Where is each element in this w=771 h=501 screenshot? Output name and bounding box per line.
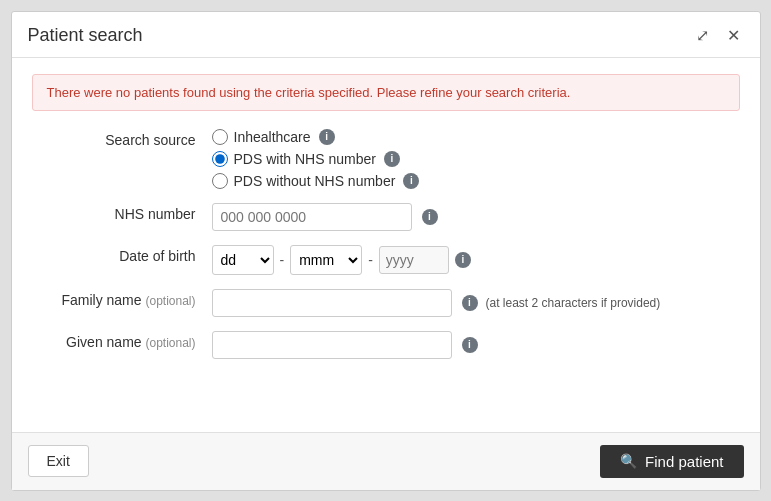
patient-search-dialog: Patient search ⤢ ✕ There were no patient… [11,11,761,491]
error-message: There were no patients found using the c… [47,85,571,100]
dialog-header: Patient search ⤢ ✕ [12,12,760,58]
inhealthcare-info-icon[interactable]: i [319,129,335,145]
radio-inhealthcare-label[interactable]: Inhealthcare [234,129,311,145]
nhs-number-controls: i [212,203,438,231]
radio-pds-no-nhs-row: PDS without NHS number i [212,173,420,189]
nhs-number-info-icon[interactable]: i [422,209,438,225]
given-name-info-icon[interactable]: i [462,337,478,353]
find-patient-search-icon: 🔍 [620,453,637,469]
radio-pds-without-nhs[interactable] [212,173,228,189]
exit-button[interactable]: Exit [28,445,89,477]
radio-pds-with-nhs-label[interactable]: PDS with NHS number [234,151,376,167]
search-source-row: Search source Inhealthcare i PDS with NH… [32,129,740,189]
nhs-number-input[interactable] [212,203,412,231]
radio-inhealthcare-row: Inhealthcare i [212,129,420,145]
family-name-row: Family name (optional) i (at least 2 cha… [32,289,740,317]
dob-label: Date of birth [32,245,212,264]
given-name-optional: (optional) [145,336,195,350]
error-alert: There were no patients found using the c… [32,74,740,111]
family-name-hint: (at least 2 characters if provided) [486,296,661,310]
dob-sep-2: - [368,252,373,268]
pds-nhs-info-icon[interactable]: i [384,151,400,167]
family-name-optional: (optional) [145,294,195,308]
search-source-label: Search source [32,129,212,148]
find-patient-label: Find patient [645,453,723,470]
header-icons: ⤢ ✕ [692,24,744,47]
given-name-controls: i [212,331,478,359]
nhs-number-row: NHS number i [32,203,740,231]
dialog-body: There were no patients found using the c… [12,58,760,432]
nhs-number-label: NHS number [32,203,212,222]
dialog-footer: Exit 🔍 Find patient [12,432,760,490]
dob-row: Date of birth dd - mmm - i [32,245,740,275]
given-name-label: Given name (optional) [32,331,212,350]
given-name-input[interactable] [212,331,452,359]
dob-controls: dd - mmm - i [212,245,471,275]
radio-inhealthcare[interactable] [212,129,228,145]
dob-info-icon[interactable]: i [455,252,471,268]
close-button[interactable]: ✕ [723,24,744,47]
expand-button[interactable]: ⤢ [692,24,713,47]
given-name-row: Given name (optional) i [32,331,740,359]
find-patient-button[interactable]: 🔍 Find patient [600,445,743,478]
dob-year-input[interactable] [379,246,449,274]
radio-pds-without-nhs-label[interactable]: PDS without NHS number [234,173,396,189]
radio-pds-nhs-row: PDS with NHS number i [212,151,420,167]
family-name-info-icon[interactable]: i [462,295,478,311]
family-name-input[interactable] [212,289,452,317]
pds-no-nhs-info-icon[interactable]: i [403,173,419,189]
dob-sep-1: - [280,252,285,268]
dialog-title: Patient search [28,25,143,46]
dob-month-select[interactable]: mmm [290,245,362,275]
dob-day-select[interactable]: dd [212,245,274,275]
family-name-controls: i (at least 2 characters if provided) [212,289,661,317]
search-source-controls: Inhealthcare i PDS with NHS number i PDS… [212,129,420,189]
form-section: Search source Inhealthcare i PDS with NH… [32,129,740,359]
family-name-label: Family name (optional) [32,289,212,308]
radio-pds-with-nhs[interactable] [212,151,228,167]
